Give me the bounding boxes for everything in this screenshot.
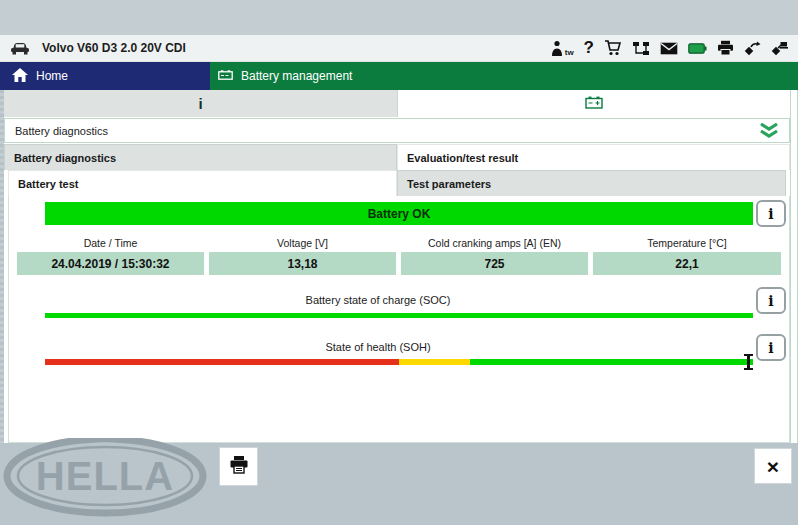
help-icon[interactable]: ?: [584, 40, 594, 56]
measurement-cell: 725: [401, 252, 588, 275]
print-icon[interactable]: [717, 40, 734, 56]
tab-test-parameters[interactable]: Test parameters: [397, 170, 786, 196]
tab-battery-management-label: Battery management: [241, 69, 352, 83]
expander-label: Battery diagnostics: [15, 125, 108, 137]
tab-home-label: Home: [36, 69, 68, 83]
soh-segment: [45, 359, 399, 365]
tab-battery-test[interactable]: Battery test: [8, 170, 397, 196]
soh-bar: [45, 359, 753, 365]
print-icon: [229, 455, 249, 478]
status-info-button[interactable]: i: [756, 200, 786, 227]
toolbar: tw ?: [551, 40, 798, 57]
device-connect-icon[interactable]: [771, 41, 788, 56]
subtab-battery[interactable]: [398, 90, 790, 117]
battery-status-label: Battery OK: [368, 207, 431, 221]
home-icon: [12, 68, 28, 85]
soc-bar: [45, 313, 753, 318]
vehicle-titlebar: Volvo V60 D3 2.0 20V CDI tw ?: [0, 35, 798, 62]
measurement-cell: 13,18: [209, 252, 396, 275]
subtab-info[interactable]: i: [4, 90, 398, 117]
close-button[interactable]: ×: [754, 448, 792, 484]
col-header-cold-cranking-amps: Cold cranking amps [A] (EN): [401, 237, 588, 251]
measurement-cell: 24.04.2019 / 15:30:32: [17, 252, 204, 275]
chevron-double-down-icon: [759, 123, 779, 139]
soh-label: State of health (SOH): [8, 341, 748, 353]
battery-icon: [218, 69, 233, 83]
hella-logo: HELLA: [2, 438, 214, 525]
soc-label: Battery state of charge (SOC): [8, 294, 748, 306]
car-icon: [10, 41, 30, 55]
nav-tabs: Home Battery management: [0, 62, 798, 90]
diagnostic-plug-icon[interactable]: [744, 41, 761, 56]
user-icon[interactable]: tw: [551, 40, 574, 57]
close-icon: ×: [767, 456, 779, 477]
right-edge-decoration: [790, 90, 798, 443]
soh-segment: [399, 359, 470, 365]
mail-icon[interactable]: [660, 42, 678, 55]
tab-battery-diagnostics[interactable]: Battery diagnostics: [4, 144, 397, 170]
battery-status-bar: Battery OK: [45, 202, 753, 225]
user-badge: tw: [565, 48, 574, 57]
cart-icon[interactable]: [604, 40, 622, 56]
results-panel: [8, 196, 790, 443]
vehicle-title: Volvo V60 D3 2.0 20V CDI: [42, 41, 186, 55]
measurement-cell: 22,1: [593, 252, 781, 275]
tab-battery-management[interactable]: Battery management: [210, 62, 798, 90]
info-glyph: i: [198, 95, 202, 112]
battery-status-icon[interactable]: [688, 42, 707, 54]
soh-marker: [747, 354, 750, 370]
soc-bar-fill: [45, 313, 753, 318]
col-header-temperature: Temperature [°C]: [593, 237, 781, 251]
col-header-date-time: Date / Time: [17, 237, 204, 251]
battery-outline-icon: [585, 95, 603, 113]
soh-segment: [470, 359, 753, 365]
tab-evaluation-test-result[interactable]: Evaluation/test result: [397, 144, 790, 170]
workflow-icon[interactable]: [632, 41, 650, 56]
battery-diagnostics-expander[interactable]: Battery diagnostics: [4, 118, 790, 143]
tab-home[interactable]: Home: [0, 62, 210, 90]
soc-info-button[interactable]: i: [756, 287, 786, 314]
soh-info-button[interactable]: i: [756, 334, 786, 361]
print-button[interactable]: [219, 447, 258, 486]
svg-text:HELLA: HELLA: [36, 454, 174, 498]
col-header-voltage: Voltage [V]: [209, 237, 396, 251]
